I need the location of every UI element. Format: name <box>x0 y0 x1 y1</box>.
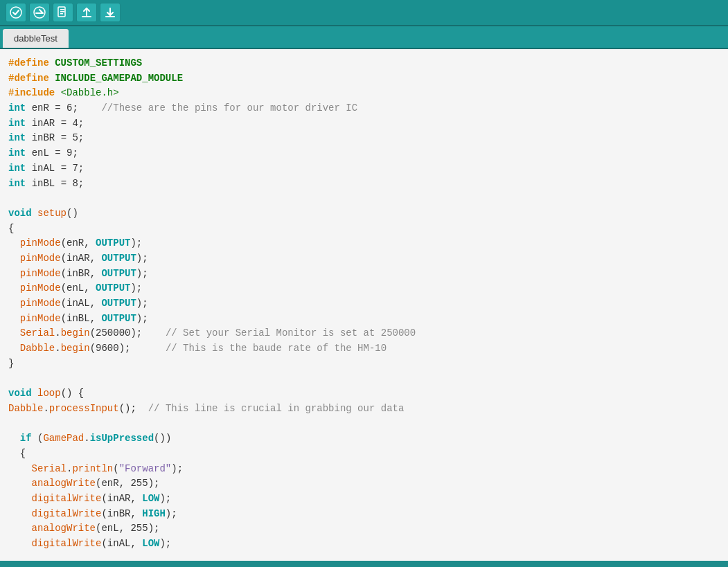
code-line: analogWrite(enL, 255); <box>8 521 720 537</box>
svg-point-0 <box>10 7 21 18</box>
code-line: if (GamePad.isUpPressed()) <box>8 431 720 447</box>
code-line: pinMode(inBL, OUTPUT); <box>8 312 720 327</box>
code-line: Serial.begin(250000); // Set your Serial… <box>8 326 720 341</box>
code-line: int inAR = 4; <box>8 116 720 132</box>
code-line: digitalWrite(inAL, LOW); <box>8 537 720 552</box>
upload-button[interactable] <box>29 3 50 22</box>
svg-rect-3 <box>60 9 64 10</box>
code-line <box>8 417 720 432</box>
code-line: int inBR = 5; <box>8 131 720 146</box>
code-line: #include <Dabble.h> <box>8 86 720 101</box>
code-line: int inAL = 7; <box>8 161 720 177</box>
tab-dabbletest[interactable]: dabbleTest <box>3 29 69 48</box>
editor-area[interactable]: #define CUSTOM_SETTINGS #define INCLUDE_… <box>0 49 728 561</box>
code-line: int enL = 9; <box>8 146 720 161</box>
code-line: #define CUSTOM_SETTINGS <box>8 56 720 71</box>
code-line: Serial.println("Forward"); <box>8 462 720 477</box>
save-button[interactable] <box>100 3 121 22</box>
code-line: int inBL = 8; <box>8 177 720 192</box>
code-line: Dabble.processInput(); // This line is c… <box>8 402 720 417</box>
open-button[interactable] <box>76 3 97 22</box>
code-line: pinMode(inBR, OUTPUT); <box>8 267 720 282</box>
code-line <box>8 371 720 386</box>
new-button[interactable] <box>53 3 73 22</box>
tab-bar: dabbleTest <box>0 26 728 49</box>
code-line: void setup() <box>8 206 720 222</box>
code-line: Dabble.begin(9600); // This is the baude… <box>8 341 720 357</box>
code-line: pinMode(inAR, OUTPUT); <box>8 251 720 267</box>
code-line <box>8 191 720 206</box>
svg-rect-5 <box>60 13 63 15</box>
toolbar <box>0 0 728 26</box>
code-line: pinMode(inAL, OUTPUT); <box>8 296 720 312</box>
code-line: analogWrite(enR, 255); <box>8 476 720 492</box>
code-line: digitalWrite(inBR, HIGH); <box>8 507 720 522</box>
code-line: } <box>8 357 720 372</box>
code-line: digitalWrite(inAR, LOW); <box>8 492 720 507</box>
code-line: pinMode(enR, OUTPUT); <box>8 236 720 251</box>
code-line: #define INCLUDE_GAMEPAD_MODULE <box>8 71 720 87</box>
verify-button[interactable] <box>6 3 26 22</box>
code-line: void loop() { <box>8 386 720 402</box>
code-line: { <box>8 447 720 462</box>
code-line: { <box>8 222 720 237</box>
svg-rect-4 <box>60 11 64 12</box>
code-line: int enR = 6; //These are the pins for ou… <box>8 101 720 116</box>
code-line: pinMode(enL, OUTPUT); <box>8 281 720 296</box>
